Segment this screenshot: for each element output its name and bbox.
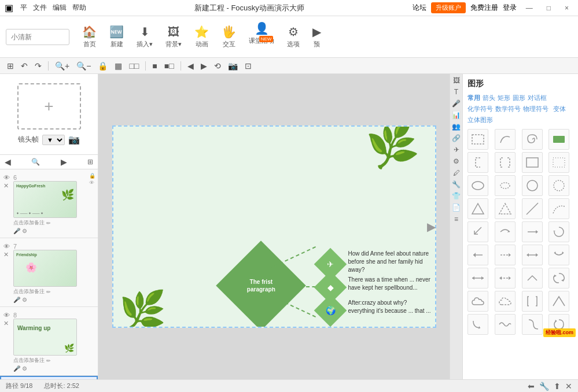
shape-cloud-outline[interactable] [495, 291, 516, 312]
menu-help[interactable]: 帮助 [72, 3, 86, 13]
shape-rect-corner[interactable] [522, 152, 543, 173]
shape-circle-dotted[interactable] [548, 175, 569, 196]
toolbar-insert[interactable]: ⬇ 插入▾ [131, 23, 159, 51]
shape-arrow-cycle[interactable] [548, 268, 569, 289]
tb2-back[interactable]: ■□ [162, 60, 176, 72]
menu-edit[interactable]: 编辑 [53, 3, 67, 13]
tb2-layout[interactable]: ⊞ [5, 60, 16, 72]
shape-arrow-left-line[interactable] [467, 245, 488, 265]
toolbar-animation[interactable]: ⭐ 动画 [189, 23, 215, 51]
status-btn-3[interactable]: ⬆ [554, 382, 561, 391]
slide-canvas[interactable]: 🌿 🌿 The fristparagraph ✈ How did Anne fe… [112, 125, 436, 328]
shape-rect-dotted[interactable] [548, 152, 569, 173]
toolbar-background[interactable]: 🖼 背景▾ [160, 23, 187, 51]
status-btn-2[interactable]: 🔧 [539, 382, 549, 391]
canvas-right-arrow[interactable]: ▶ [427, 220, 436, 234]
shape-arrow-double[interactable] [522, 245, 543, 265]
tb2-lock[interactable]: 🔒 [95, 60, 110, 72]
register-link[interactable]: 免费注册 [470, 3, 498, 13]
shape-spiral[interactable] [522, 129, 543, 150]
shape-arrow-curved-double[interactable] [548, 245, 569, 265]
lock-icon[interactable]: 🔒 [89, 173, 95, 179]
tool-link[interactable]: 🔗 [452, 134, 461, 142]
close-icon[interactable]: ✕ [3, 182, 10, 190]
toolbar-new[interactable]: 🆕 新建 [104, 23, 130, 51]
tool-image[interactable]: 🖼 [453, 76, 460, 84]
cat-chem[interactable]: 化学符号 [467, 105, 493, 113]
cat-common[interactable]: 常用 [467, 94, 480, 102]
edit-icon[interactable]: ✏ [46, 220, 51, 226]
eye-icon[interactable]: 👁 [89, 180, 95, 186]
cat-3d[interactable]: 立体图形 [467, 116, 493, 124]
tool-text[interactable]: T [454, 88, 458, 96]
tb2-camera[interactable]: 📷 [226, 60, 240, 72]
shape-cloud[interactable] [467, 291, 488, 312]
tb2-redo[interactable]: ↷ [32, 60, 44, 72]
toolbar-classroom[interactable]: 👤 课堂活动 NEW [243, 19, 280, 55]
tb2-zoom-out[interactable]: 🔍− [74, 60, 93, 72]
shape-arrow-dashed[interactable] [495, 245, 516, 265]
slide-7-comment[interactable]: 点击添加备注 [13, 288, 45, 295]
shape-rect-blue[interactable] [548, 129, 569, 150]
cat-variant[interactable]: 变体 [553, 105, 566, 113]
shape-arrow-dashed-both[interactable] [495, 268, 516, 289]
search-icon[interactable]: 🔍 [31, 158, 40, 166]
tool-doc[interactable]: 📄 [452, 204, 461, 212]
shape-circle[interactable] [522, 175, 543, 196]
shape-line-curve[interactable] [548, 198, 569, 219]
mic-icon[interactable]: 🎤 [13, 297, 20, 303]
shape-bracket-pair[interactable] [495, 152, 516, 173]
shape-line-diagonal[interactable] [522, 198, 543, 219]
slide-item[interactable]: 👁 ✕ 6 HappyGoFresh 🌿 ✦ ─── ✦ ─── ✦ 点击添加备… [0, 169, 98, 238]
shape-line-sm[interactable] [522, 221, 543, 242]
status-btn-4[interactable]: ✕ [565, 382, 572, 391]
slide-item[interactable]: 👁 ✕ 8 Warming up 🌿 点击添加备注 ✏ 🎤 ⚙ [0, 307, 98, 376]
shape-curve[interactable] [495, 129, 516, 150]
close-icon[interactable]: ✕ [3, 251, 10, 258]
tb2-undo[interactable]: ↶ [19, 60, 30, 72]
login-link[interactable]: 登录 [503, 3, 517, 13]
settings-icon[interactable]: ⚙ [22, 228, 27, 234]
visibility-icon[interactable]: 👁 [3, 174, 10, 181]
tool-mic[interactable]: 🎤 [452, 99, 461, 108]
tb2-align[interactable]: □□ [127, 60, 141, 72]
nav-next-button[interactable]: ▶ [61, 157, 67, 167]
tb2-zoom-in[interactable]: 🔍+ [53, 60, 72, 72]
visibility-icon[interactable]: 👁 [3, 312, 10, 319]
maximize-button[interactable]: □ [542, 3, 555, 13]
nav-extra-icon[interactable]: ⊞ [87, 158, 93, 166]
forum-link[interactable]: 论坛 [413, 3, 426, 13]
menu-file[interactable]: 文件 [33, 3, 47, 13]
cat-arrow[interactable]: 箭头 [483, 94, 495, 102]
tool-layers[interactable]: ≡ [454, 215, 458, 223]
cat-dialog[interactable]: 对话框 [528, 94, 547, 102]
search-input[interactable] [6, 29, 69, 45]
cat-rect[interactable]: 矩形 [498, 94, 510, 102]
slide-item-active[interactable]: 👁 ✕ 9 The fristparagraph 🌿 点击添加备注 ✏ [0, 376, 98, 379]
menu-ping[interactable]: 平 [20, 3, 27, 13]
shape-bracket-left[interactable] [467, 152, 488, 173]
shape-circle-arrow[interactable] [548, 221, 569, 242]
shape-triangle-outline[interactable] [495, 198, 516, 219]
shape-ellipse-dotted[interactable] [495, 175, 516, 196]
shape-wave[interactable] [495, 314, 516, 335]
tool-plane[interactable]: ✈ [454, 146, 459, 154]
shape-arrow-lr[interactable] [467, 268, 488, 289]
cat-circle[interactable]: 圆形 [513, 94, 525, 102]
tool-pen[interactable]: 🖊 [453, 169, 460, 177]
tool-settings[interactable]: ⚙ [453, 157, 459, 165]
tool-tshirt[interactable]: 👕 [452, 192, 461, 200]
upgrade-button[interactable]: 升级账户 [431, 2, 466, 13]
minimize-button[interactable]: — [521, 3, 537, 13]
cat-math[interactable]: 数学符号 [495, 105, 521, 113]
small-diamond-3[interactable]: 🌍 [314, 294, 347, 327]
edit-icon[interactable]: ✏ [46, 289, 51, 295]
camera-icon[interactable]: 📷 [68, 134, 80, 145]
status-btn-1[interactable]: ⬅ [528, 382, 535, 391]
shape-curve-s[interactable] [522, 314, 543, 335]
close-button[interactable]: × [560, 3, 573, 13]
slide-8-comment[interactable]: 点击添加备注 [13, 357, 45, 364]
shape-ellipse-solid[interactable] [467, 175, 488, 196]
slide-6-comment[interactable]: 点击添加备注 [13, 219, 45, 227]
tb2-prev-frame[interactable]: ◀ [185, 60, 196, 72]
